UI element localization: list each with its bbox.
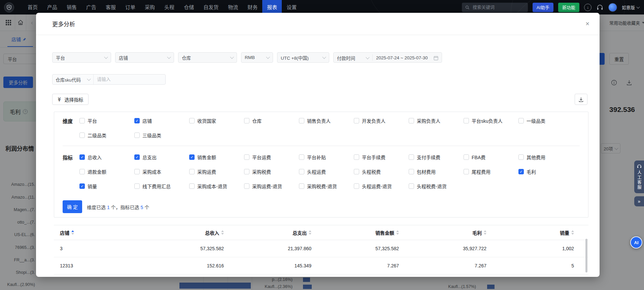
- nav-item-ads[interactable]: 广告: [81, 0, 101, 14]
- dimension-checkbox[interactable]: 二级品类: [79, 132, 134, 139]
- table-row[interactable]: 3 57,325.582 21,397.860 57,325.582 35,92…: [54, 240, 588, 257]
- timezone-select[interactable]: UTC +8(中国): [277, 52, 329, 63]
- user-avatar[interactable]: [608, 3, 617, 12]
- metric-checkbox[interactable]: 总支出: [134, 154, 189, 161]
- metric-checkbox[interactable]: 采购税费: [244, 168, 299, 175]
- metric-checkbox[interactable]: 销量: [79, 183, 134, 190]
- sku-field-select[interactable]: 仓库sku代码: [53, 75, 94, 84]
- column-header-revenue[interactable]: 总收入: [136, 229, 224, 236]
- sort-icon[interactable]: [571, 230, 574, 235]
- dimension-checkbox[interactable]: 采购负责人: [409, 117, 464, 124]
- dimension-checkbox[interactable]: 开发负责人: [354, 117, 409, 124]
- export-table-button[interactable]: [575, 94, 587, 105]
- more-analysis-modal: 更多分析 × 平台 店铺 仓库 RMB UTC +8(中国) 付款时间 2025…: [36, 13, 600, 277]
- metric-checkbox[interactable]: 采购税费-退货: [299, 183, 354, 190]
- column-header-shop[interactable]: 店铺: [54, 229, 136, 236]
- nav-item-finance[interactable]: 财务: [243, 0, 262, 14]
- checkbox-icon: [299, 183, 304, 189]
- nav-item-settings[interactable]: 设置: [282, 0, 301, 14]
- dimension-checkbox[interactable]: 仓库: [244, 117, 299, 124]
- column-header-expense[interactable]: 总支出: [224, 229, 311, 236]
- metric-checkbox[interactable]: 采购成本: [134, 168, 189, 175]
- metric-checkbox[interactable]: 头程税费: [354, 168, 409, 175]
- date-range-picker[interactable]: 2025-07-24 ~ 2025-07-30: [373, 53, 442, 63]
- metric-checkbox[interactable]: 其他费用: [518, 154, 573, 161]
- dimension-checkbox[interactable]: 一级品类: [518, 117, 573, 124]
- metric-checkbox[interactable]: 平台手续费: [354, 154, 409, 161]
- metric-checkbox[interactable]: 平台补贴: [299, 154, 354, 161]
- time-type-select[interactable]: 付款时间: [334, 53, 372, 63]
- sort-icon[interactable]: [71, 230, 74, 235]
- sort-icon[interactable]: [484, 230, 486, 235]
- dimension-checkbox[interactable]: 三级品类: [134, 132, 189, 139]
- column-header-volume[interactable]: 销量: [486, 229, 574, 236]
- column-header-gross-profit[interactable]: 毛利: [399, 229, 486, 236]
- warehouse-select[interactable]: 仓库: [178, 52, 237, 63]
- checkbox-label: 店铺: [142, 117, 152, 124]
- global-search[interactable]: [462, 3, 528, 12]
- nav-item-reports[interactable]: 报表: [262, 0, 282, 14]
- dimension-checkbox[interactable]: 收货国家: [189, 117, 244, 124]
- headset-icon[interactable]: [596, 4, 604, 11]
- metric-checkbox[interactable]: FBA费: [464, 154, 518, 161]
- collapse-tab[interactable]: »: [634, 196, 644, 206]
- table-header-row: 店铺 总收入 总支出 销售金额 毛利 销量: [54, 225, 588, 240]
- metric-checkbox[interactable]: 头程运费-退货: [354, 183, 409, 190]
- metric-checkbox[interactable]: 支付手续费: [409, 154, 464, 161]
- currency-select[interactable]: RMB: [241, 52, 273, 63]
- column-header-sales-amount[interactable]: 销售金额: [311, 229, 399, 236]
- new-feature-button[interactable]: 新功能: [558, 3, 579, 12]
- dimension-checkbox[interactable]: 店铺: [134, 117, 189, 124]
- metric-checkbox[interactable]: 尾程费用: [464, 168, 518, 175]
- metric-checkbox[interactable]: 线下费用汇总: [134, 183, 189, 190]
- select-metrics-button[interactable]: ≫ 选择指标: [52, 94, 89, 105]
- metric-checkbox[interactable]: 包材费用: [409, 168, 464, 175]
- live-support-tab[interactable]: 人工客服: [634, 161, 644, 193]
- metrics-row: 退款金额 采购成本 采购运费 采购税费 头程运费 头程税费 包材费用 尾程费用 …: [63, 167, 573, 176]
- nav-item-service[interactable]: 客服: [101, 0, 121, 14]
- dimension-checkbox[interactable]: 平台: [79, 117, 134, 124]
- nav-item-products[interactable]: 产品: [42, 0, 62, 14]
- metrics-panel: 维度 平台 店铺 收货国家 仓库 销售负责人 开发负责人 采购负责人 平台sku…: [54, 112, 588, 218]
- nav-item-self-ship[interactable]: 自发货: [199, 0, 223, 14]
- shop-select-value: 店铺: [119, 54, 128, 61]
- dimension-checkbox[interactable]: 平台sku负责人: [464, 117, 518, 124]
- shop-select[interactable]: 店铺: [115, 52, 174, 63]
- nav-item-purchase[interactable]: 采购: [140, 0, 160, 14]
- table-scrollbar[interactable]: [585, 239, 587, 272]
- metric-checkbox[interactable]: 毛利: [518, 168, 573, 175]
- metric-checkbox[interactable]: 采购运费: [189, 168, 244, 175]
- sort-asc-icon: [309, 230, 311, 232]
- checkbox-label: 采购税费: [252, 168, 271, 175]
- metric-checkbox[interactable]: 采购成本-退货: [189, 183, 244, 190]
- metric-checkbox[interactable]: 总收入: [79, 154, 134, 161]
- download-center-icon[interactable]: ↓: [584, 4, 591, 11]
- platform-select[interactable]: 平台: [52, 52, 111, 63]
- search-input[interactable]: [472, 4, 524, 10]
- metric-checkbox[interactable]: 采购运费-退货: [244, 183, 299, 190]
- dimension-checkbox[interactable]: 销售负责人: [299, 117, 354, 124]
- confirm-button[interactable]: 确 定: [63, 200, 82, 213]
- nav-item-first-leg[interactable]: 头程: [160, 0, 179, 14]
- metric-checkbox[interactable]: 退款金额: [79, 168, 134, 175]
- close-icon[interactable]: ×: [585, 20, 589, 27]
- nav-item-warehouse[interactable]: 仓储: [179, 0, 199, 14]
- metric-checkbox[interactable]: 销售金额: [189, 154, 244, 161]
- nav-item-logistics[interactable]: 物流: [223, 0, 243, 14]
- ai-assistant-button[interactable]: AI助手: [533, 3, 553, 12]
- sort-desc-icon: [71, 233, 74, 235]
- sort-icon[interactable]: [221, 230, 224, 235]
- nav-item-home[interactable]: 首页: [23, 0, 42, 14]
- table-row[interactable]: 12313 152.616 145.349 7.267 7.267 5: [54, 257, 588, 274]
- sku-input[interactable]: [94, 77, 165, 82]
- metric-checkbox[interactable]: 头程运费: [299, 168, 354, 175]
- ai-fab-button[interactable]: AI: [630, 236, 642, 249]
- nav-item-sales[interactable]: 销售: [62, 0, 81, 14]
- edition-switcher[interactable]: 如意版: [622, 4, 639, 10]
- metric-checkbox[interactable]: 平台运费: [244, 154, 299, 161]
- sort-icon[interactable]: [309, 230, 311, 235]
- metric-checkbox[interactable]: 头程税费-退货: [409, 183, 464, 190]
- nav-item-orders[interactable]: 订单: [121, 0, 140, 14]
- sort-icon[interactable]: [396, 230, 399, 235]
- metrics-row: 销量 线下费用汇总 采购成本-退货 采购运费-退货 采购税费-退货 头程运费-退…: [63, 182, 464, 191]
